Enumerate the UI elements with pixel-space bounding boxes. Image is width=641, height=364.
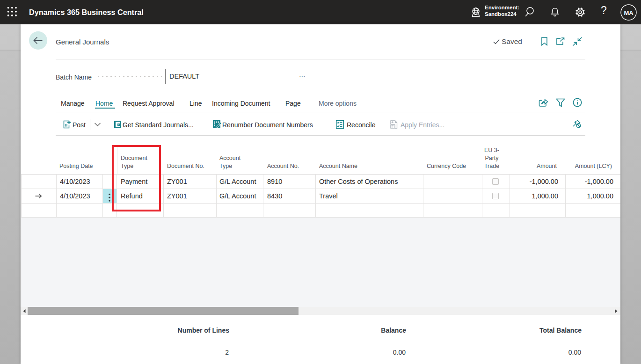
svg-text:MA: MA	[624, 9, 634, 16]
